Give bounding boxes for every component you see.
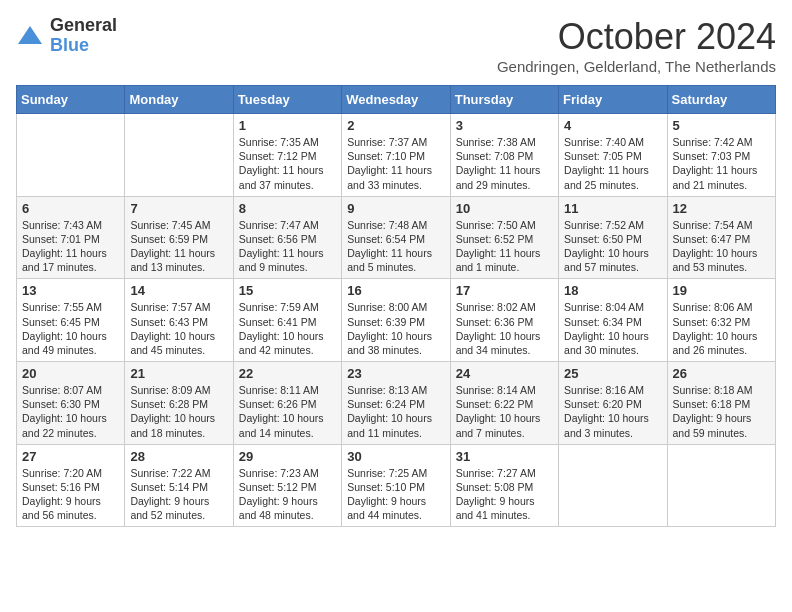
calendar-week-3: 13Sunrise: 7:55 AM Sunset: 6:45 PM Dayli… — [17, 279, 776, 362]
day-number: 9 — [347, 201, 444, 216]
calendar-cell: 16Sunrise: 8:00 AM Sunset: 6:39 PM Dayli… — [342, 279, 450, 362]
title-block: October 2024 Gendringen, Gelderland, The… — [497, 16, 776, 75]
day-info: Sunrise: 8:07 AM Sunset: 6:30 PM Dayligh… — [22, 383, 119, 440]
day-info: Sunrise: 7:37 AM Sunset: 7:10 PM Dayligh… — [347, 135, 444, 192]
calendar-cell: 9Sunrise: 7:48 AM Sunset: 6:54 PM Daylig… — [342, 196, 450, 279]
page-header: General Blue October 2024 Gendringen, Ge… — [16, 16, 776, 75]
day-info: Sunrise: 7:48 AM Sunset: 6:54 PM Dayligh… — [347, 218, 444, 275]
day-number: 30 — [347, 449, 444, 464]
calendar-cell: 22Sunrise: 8:11 AM Sunset: 6:26 PM Dayli… — [233, 362, 341, 445]
calendar-cell: 29Sunrise: 7:23 AM Sunset: 5:12 PM Dayli… — [233, 444, 341, 527]
day-number: 16 — [347, 283, 444, 298]
day-info: Sunrise: 7:35 AM Sunset: 7:12 PM Dayligh… — [239, 135, 336, 192]
day-number: 22 — [239, 366, 336, 381]
calendar-cell: 7Sunrise: 7:45 AM Sunset: 6:59 PM Daylig… — [125, 196, 233, 279]
logo-text: General Blue — [50, 16, 117, 56]
calendar-week-1: 1Sunrise: 7:35 AM Sunset: 7:12 PM Daylig… — [17, 114, 776, 197]
day-info: Sunrise: 7:23 AM Sunset: 5:12 PM Dayligh… — [239, 466, 336, 523]
day-info: Sunrise: 7:59 AM Sunset: 6:41 PM Dayligh… — [239, 300, 336, 357]
location-subtitle: Gendringen, Gelderland, The Netherlands — [497, 58, 776, 75]
calendar-header-row: SundayMondayTuesdayWednesdayThursdayFrid… — [17, 86, 776, 114]
calendar-cell: 6Sunrise: 7:43 AM Sunset: 7:01 PM Daylig… — [17, 196, 125, 279]
day-number: 5 — [673, 118, 770, 133]
day-info: Sunrise: 7:54 AM Sunset: 6:47 PM Dayligh… — [673, 218, 770, 275]
col-header-sunday: Sunday — [17, 86, 125, 114]
day-number: 17 — [456, 283, 553, 298]
day-number: 10 — [456, 201, 553, 216]
calendar-cell: 27Sunrise: 7:20 AM Sunset: 5:16 PM Dayli… — [17, 444, 125, 527]
logo-blue-text: Blue — [50, 36, 117, 56]
col-header-friday: Friday — [559, 86, 667, 114]
day-number: 28 — [130, 449, 227, 464]
logo-general-text: General — [50, 16, 117, 36]
day-info: Sunrise: 8:09 AM Sunset: 6:28 PM Dayligh… — [130, 383, 227, 440]
calendar-cell: 26Sunrise: 8:18 AM Sunset: 6:18 PM Dayli… — [667, 362, 775, 445]
day-info: Sunrise: 8:16 AM Sunset: 6:20 PM Dayligh… — [564, 383, 661, 440]
day-number: 23 — [347, 366, 444, 381]
day-info: Sunrise: 7:40 AM Sunset: 7:05 PM Dayligh… — [564, 135, 661, 192]
day-info: Sunrise: 7:20 AM Sunset: 5:16 PM Dayligh… — [22, 466, 119, 523]
svg-rect-1 — [26, 36, 34, 44]
calendar-cell: 19Sunrise: 8:06 AM Sunset: 6:32 PM Dayli… — [667, 279, 775, 362]
calendar-cell: 25Sunrise: 8:16 AM Sunset: 6:20 PM Dayli… — [559, 362, 667, 445]
day-info: Sunrise: 7:47 AM Sunset: 6:56 PM Dayligh… — [239, 218, 336, 275]
col-header-saturday: Saturday — [667, 86, 775, 114]
day-info: Sunrise: 8:14 AM Sunset: 6:22 PM Dayligh… — [456, 383, 553, 440]
day-info: Sunrise: 7:25 AM Sunset: 5:10 PM Dayligh… — [347, 466, 444, 523]
day-number: 11 — [564, 201, 661, 216]
calendar-cell: 21Sunrise: 8:09 AM Sunset: 6:28 PM Dayli… — [125, 362, 233, 445]
day-info: Sunrise: 7:27 AM Sunset: 5:08 PM Dayligh… — [456, 466, 553, 523]
day-number: 26 — [673, 366, 770, 381]
day-number: 25 — [564, 366, 661, 381]
calendar-cell: 30Sunrise: 7:25 AM Sunset: 5:10 PM Dayli… — [342, 444, 450, 527]
day-info: Sunrise: 8:13 AM Sunset: 6:24 PM Dayligh… — [347, 383, 444, 440]
col-header-wednesday: Wednesday — [342, 86, 450, 114]
day-info: Sunrise: 8:02 AM Sunset: 6:36 PM Dayligh… — [456, 300, 553, 357]
calendar-week-4: 20Sunrise: 8:07 AM Sunset: 6:30 PM Dayli… — [17, 362, 776, 445]
day-info: Sunrise: 8:00 AM Sunset: 6:39 PM Dayligh… — [347, 300, 444, 357]
calendar-cell: 4Sunrise: 7:40 AM Sunset: 7:05 PM Daylig… — [559, 114, 667, 197]
day-number: 29 — [239, 449, 336, 464]
day-number: 20 — [22, 366, 119, 381]
day-number: 24 — [456, 366, 553, 381]
calendar-cell: 17Sunrise: 8:02 AM Sunset: 6:36 PM Dayli… — [450, 279, 558, 362]
calendar-cell — [125, 114, 233, 197]
calendar-cell: 31Sunrise: 7:27 AM Sunset: 5:08 PM Dayli… — [450, 444, 558, 527]
day-info: Sunrise: 8:18 AM Sunset: 6:18 PM Dayligh… — [673, 383, 770, 440]
day-number: 2 — [347, 118, 444, 133]
day-number: 31 — [456, 449, 553, 464]
calendar-cell: 5Sunrise: 7:42 AM Sunset: 7:03 PM Daylig… — [667, 114, 775, 197]
day-number: 21 — [130, 366, 227, 381]
calendar-week-2: 6Sunrise: 7:43 AM Sunset: 7:01 PM Daylig… — [17, 196, 776, 279]
calendar-cell: 8Sunrise: 7:47 AM Sunset: 6:56 PM Daylig… — [233, 196, 341, 279]
day-number: 6 — [22, 201, 119, 216]
col-header-tuesday: Tuesday — [233, 86, 341, 114]
day-number: 7 — [130, 201, 227, 216]
calendar-week-5: 27Sunrise: 7:20 AM Sunset: 5:16 PM Dayli… — [17, 444, 776, 527]
calendar-cell: 12Sunrise: 7:54 AM Sunset: 6:47 PM Dayli… — [667, 196, 775, 279]
day-info: Sunrise: 7:57 AM Sunset: 6:43 PM Dayligh… — [130, 300, 227, 357]
logo-icon — [16, 22, 44, 50]
day-info: Sunrise: 7:52 AM Sunset: 6:50 PM Dayligh… — [564, 218, 661, 275]
calendar-cell — [667, 444, 775, 527]
calendar-table: SundayMondayTuesdayWednesdayThursdayFrid… — [16, 85, 776, 527]
calendar-cell: 1Sunrise: 7:35 AM Sunset: 7:12 PM Daylig… — [233, 114, 341, 197]
calendar-cell: 24Sunrise: 8:14 AM Sunset: 6:22 PM Dayli… — [450, 362, 558, 445]
col-header-monday: Monday — [125, 86, 233, 114]
logo: General Blue — [16, 16, 117, 56]
calendar-cell — [17, 114, 125, 197]
calendar-cell: 18Sunrise: 8:04 AM Sunset: 6:34 PM Dayli… — [559, 279, 667, 362]
day-number: 3 — [456, 118, 553, 133]
day-number: 19 — [673, 283, 770, 298]
day-info: Sunrise: 7:45 AM Sunset: 6:59 PM Dayligh… — [130, 218, 227, 275]
day-number: 27 — [22, 449, 119, 464]
calendar-cell — [559, 444, 667, 527]
calendar-cell: 3Sunrise: 7:38 AM Sunset: 7:08 PM Daylig… — [450, 114, 558, 197]
day-info: Sunrise: 7:50 AM Sunset: 6:52 PM Dayligh… — [456, 218, 553, 275]
day-number: 15 — [239, 283, 336, 298]
day-info: Sunrise: 7:38 AM Sunset: 7:08 PM Dayligh… — [456, 135, 553, 192]
day-number: 13 — [22, 283, 119, 298]
day-info: Sunrise: 7:43 AM Sunset: 7:01 PM Dayligh… — [22, 218, 119, 275]
day-number: 12 — [673, 201, 770, 216]
calendar-cell: 28Sunrise: 7:22 AM Sunset: 5:14 PM Dayli… — [125, 444, 233, 527]
